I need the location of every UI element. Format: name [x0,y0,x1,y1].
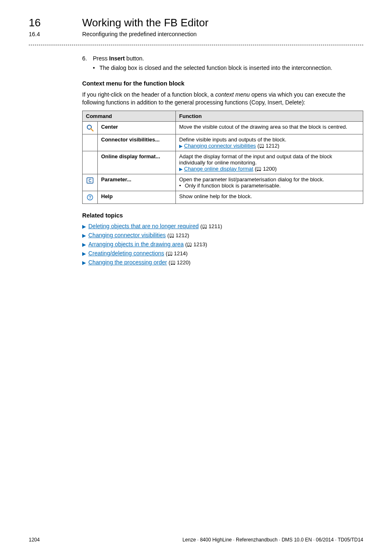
cmd-online: Online display format... [98,151,176,174]
table-row: ? Help Show online help for the block. [83,191,363,204]
table-row: Connector visibilities... Define visible… [83,134,363,151]
cmd-parameter: Parameter... [98,174,176,191]
pagenum: 1212 [175,232,187,238]
arrow-icon: ▶ [82,251,86,257]
cmd-connector: Connector visibilities... [98,134,176,151]
context-para-em: context menu [215,91,250,98]
desc-connector: Define visible inputs and outputs of the… [176,134,363,151]
divider-dashed [29,45,363,45]
cmd-help: Help [98,191,176,204]
link-changing-connector[interactable]: Changing connector visibilities [184,143,256,149]
arrow-icon: ▶ [82,224,86,229]
desc-parameter-bullet: Only if function block is parameterisabl… [185,183,281,189]
arrow-icon: ▶ [82,260,86,266]
th-command: Command [83,111,176,121]
table-row: Center Move the visible cutout of the dr… [83,121,363,134]
context-para-pre: If you right-click on the header of a fu… [82,91,215,98]
chapter-title: Working with the FB Editor [82,16,208,29]
table-row: Online display format... Adapt the displ… [83,151,363,174]
pagenum: 1214 [174,250,186,257]
related-topics-heading: Related topics [82,212,363,219]
th-function: Function [176,111,363,121]
icon-empty [83,151,98,174]
list-item: ▶Changing connector visibilities (🕮 1212… [82,232,363,238]
pageref-online: (🕮 1200) [255,166,277,172]
link-changing-connector[interactable]: Changing connector visibilities [88,232,166,238]
pageref: (🕮 1212) [167,232,189,238]
svg-text:?: ? [89,195,92,200]
svg-line-1 [91,128,93,131]
related-topics-list: ▶Deleting objects that are no longer req… [82,223,363,266]
step-number: 6. [82,55,91,62]
pageref: (🕮 1214) [166,250,187,257]
desc-online-text: Adapt the display format of the input an… [179,153,332,166]
link-changing-processing-order[interactable]: Changing the processing order [88,259,167,266]
link-deleting-objects[interactable]: Deleting objects that are no longer requ… [88,223,199,229]
command-table: Command Function Center Move the visible… [82,111,363,204]
page-footer: 1204 Lenze · 8400 HighLine · Referenzhan… [29,537,363,543]
pageref: (🕮 1220) [168,259,190,266]
pageref-connector: (🕮 1212) [258,143,279,149]
pagenum: 1220 [177,259,189,266]
list-item: ▶Arranging objects in the drawing area (… [82,241,363,247]
link-arranging-objects[interactable]: Arranging objects in the drawing area [88,241,184,247]
link-change-online-format[interactable]: Change online display format [184,166,253,172]
arrow-icon: ▶ [82,233,86,238]
list-item: ▶Creating/deleting connections (🕮 1214) [82,250,363,257]
desc-online: Adapt the display format of the input an… [176,151,363,174]
arrow-icon: ▶ [179,143,182,148]
step-text-pre: Press [93,55,109,62]
desc-parameter: Open the parameter list/parameterisation… [176,174,363,191]
svg-text:C: C [88,178,91,183]
cmd-center: Center [98,121,176,134]
desc-help: Show online help for the block. [176,191,363,204]
help-icon: ? [83,191,98,204]
footer-right-text: Lenze · 8400 HighLine · Referenzhandbuch… [182,537,363,543]
footer-page-number: 1204 [29,537,40,543]
code-box-icon: C [83,174,98,191]
desc-connector-text: Define visible inputs and outputs of the… [179,136,286,143]
pagenum: 1211 [208,223,220,229]
section-number: 16.4 [29,31,66,37]
context-menu-heading: Context menu for the function block [82,80,363,87]
step-text-post: button. [125,55,144,62]
icon-empty [83,134,98,151]
pagenum-connector: 1212 [265,143,277,149]
section-title: Reconfiguring the predefined interconnec… [82,31,197,37]
chapter-number: 16 [29,16,66,29]
pageref: (🕮 1213) [185,241,207,247]
magnifier-icon [83,121,98,134]
step-sub-bullet: The dialog box is closed and the selecte… [99,64,363,72]
pagenum: 1213 [194,241,205,247]
arrow-icon: ▶ [179,166,182,171]
context-menu-paragraph: If you right-click on the header of a fu… [82,91,363,106]
list-item: ▶Deleting objects that are no longer req… [82,223,363,229]
desc-center: Move the visible cutout of the drawing a… [176,121,363,134]
desc-parameter-text: Open the parameter list/parameterisation… [179,176,324,183]
step-line: 6. Press Insert button. [82,55,363,62]
list-item: ▶Changing the processing order (🕮 1220) [82,259,363,266]
pageref: (🕮 1211) [200,223,222,229]
link-creating-deleting-connections[interactable]: Creating/deleting connections [88,250,164,257]
pagenum-online: 1200 [263,166,275,172]
step-text-bold: Insert [109,55,125,62]
table-row: C Parameter... Open the parameter list/p… [83,174,363,191]
arrow-icon: ▶ [82,242,86,247]
